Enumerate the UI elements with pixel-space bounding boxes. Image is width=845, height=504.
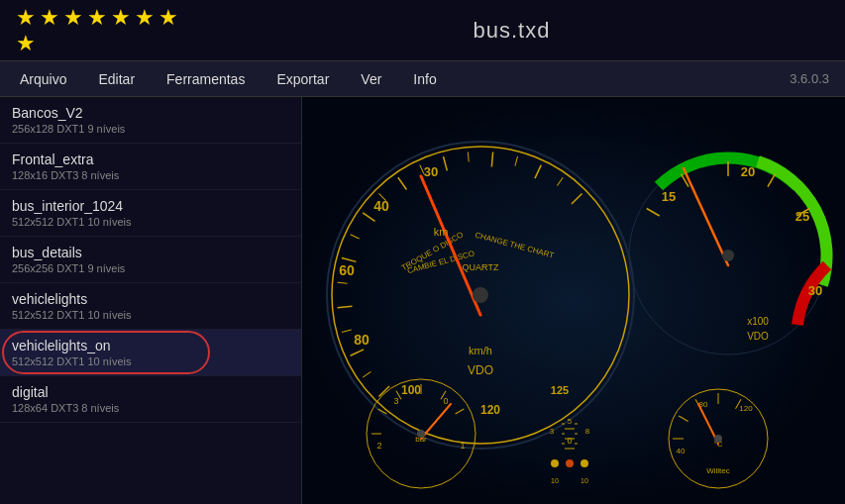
list-item[interactable]: digital 128x64 DXT3 8 níveis (0, 376, 301, 423)
item-details: 256x128 DXT1 9 níveis (12, 123, 289, 135)
svg-point-50 (722, 250, 734, 261)
item-name: Bancos_V2 (12, 105, 289, 121)
svg-point-36 (473, 287, 488, 303)
texture-list[interactable]: Bancos_V2 256x128 DXT1 9 níveis Frontal_… (0, 97, 302, 504)
svg-text:40: 40 (373, 198, 389, 214)
svg-point-77 (714, 435, 722, 443)
svg-text:30: 30 (424, 164, 438, 179)
svg-text:VDO: VDO (468, 363, 493, 377)
svg-point-92 (566, 459, 574, 467)
svg-point-93 (581, 459, 588, 467)
svg-text:120: 120 (480, 403, 500, 417)
star-5: ★ (111, 7, 131, 29)
svg-text:km: km (434, 226, 449, 238)
svg-point-91 (551, 459, 559, 467)
svg-text:0: 0 (443, 396, 448, 406)
version-label: 3.6.0.3 (790, 71, 841, 86)
svg-text:100: 100 (401, 383, 421, 397)
svg-text:40: 40 (677, 447, 686, 455)
item-details: 128x64 DXT3 8 níveis (12, 402, 289, 414)
svg-text:60: 60 (339, 262, 355, 278)
svg-text:2: 2 (376, 441, 381, 451)
item-details: 256x256 DXT1 9 níveis (12, 262, 289, 274)
star-3: ★ (63, 7, 83, 29)
list-item[interactable]: bus_details 256x256 DXT1 9 níveis (0, 237, 301, 283)
menu-ferramentas[interactable]: Ferramentas (151, 65, 261, 93)
svg-text:125: 125 (551, 384, 569, 396)
menu-bar: Arquivo Editar Ferramentas Exportar Ver … (0, 61, 845, 97)
svg-text:QUARTZ: QUARTZ (463, 262, 499, 272)
menu-ver[interactable]: Ver (345, 65, 397, 93)
list-item[interactable]: bus_interior_1024 512x512 DXT1 10 níveis (0, 190, 301, 237)
item-name: Frontal_extra (12, 151, 289, 167)
svg-point-64 (417, 430, 425, 438)
svg-text:25: 25 (795, 209, 809, 224)
list-item-selected[interactable]: vehiclelights_on 512x512 DXT1 10 níveis (0, 330, 301, 376)
svg-text:VDO: VDO (747, 331, 769, 342)
svg-text:10: 10 (551, 477, 559, 484)
svg-text:120: 120 (739, 404, 753, 413)
item-details: 128x16 DXT3 8 níveis (12, 169, 289, 181)
svg-text:30: 30 (808, 283, 822, 298)
stars-logo: ★ ★ ★ ★ ★ ★ ★ ★ (16, 7, 194, 54)
menu-arquivo[interactable]: Arquivo (4, 65, 82, 93)
item-details: 512x512 DXT1 10 níveis (12, 309, 289, 321)
menu-editar[interactable]: Editar (82, 65, 151, 93)
svg-text:10: 10 (581, 477, 588, 484)
menu-exportar[interactable]: Exportar (261, 65, 345, 93)
dashboard-gauge: 40 60 80 100 120 125 30 km/h VDO TROQUE … (302, 97, 845, 504)
svg-text:x100: x100 (747, 316, 769, 327)
texture-preview: 40 60 80 100 120 125 30 km/h VDO TROQUE … (302, 97, 845, 504)
svg-text:1: 1 (460, 441, 465, 451)
svg-text:5: 5 (568, 417, 573, 426)
svg-text:20: 20 (741, 164, 755, 179)
star-2: ★ (40, 7, 59, 29)
star-8: ★ (16, 33, 36, 54)
star-1: ★ (16, 7, 36, 29)
svg-text:8: 8 (585, 427, 590, 436)
list-item[interactable]: Bancos_V2 256x128 DXT1 9 níveis (0, 97, 301, 144)
menu-info[interactable]: Info (397, 65, 452, 93)
item-name: bus_details (12, 245, 289, 260)
item-details: 512x512 DXT1 10 níveis (12, 216, 289, 228)
gauge-svg: 40 60 80 100 120 125 30 km/h VDO TROQUE … (302, 97, 845, 504)
list-item[interactable]: Frontal_extra 128x16 DXT3 8 níveis (0, 144, 301, 190)
svg-text:Willtec: Willtec (706, 466, 730, 475)
app-title: bus.txd (194, 18, 829, 44)
svg-text:km/h: km/h (469, 345, 492, 356)
item-details: 512x512 DXT1 10 níveis (12, 355, 289, 367)
item-name: vehiclelights (12, 291, 289, 307)
item-name: bus_interior_1024 (12, 198, 289, 214)
list-item[interactable]: vehiclelights 512x512 DXT1 10 níveis (0, 283, 301, 330)
svg-text:15: 15 (662, 189, 676, 204)
item-name: vehiclelights_on (12, 338, 289, 353)
svg-text:3: 3 (550, 427, 555, 436)
item-name: digital (12, 384, 289, 400)
svg-text:3: 3 (393, 396, 398, 406)
title-bar: ★ ★ ★ ★ ★ ★ ★ ★ bus.txd (0, 0, 845, 61)
star-6: ★ (135, 7, 155, 29)
svg-text:80: 80 (354, 332, 370, 348)
star-7: ★ (158, 7, 178, 29)
star-4: ★ (87, 7, 107, 29)
svg-text:0: 0 (567, 436, 572, 446)
main-content: Bancos_V2 256x128 DXT1 9 níveis Frontal_… (0, 97, 845, 504)
